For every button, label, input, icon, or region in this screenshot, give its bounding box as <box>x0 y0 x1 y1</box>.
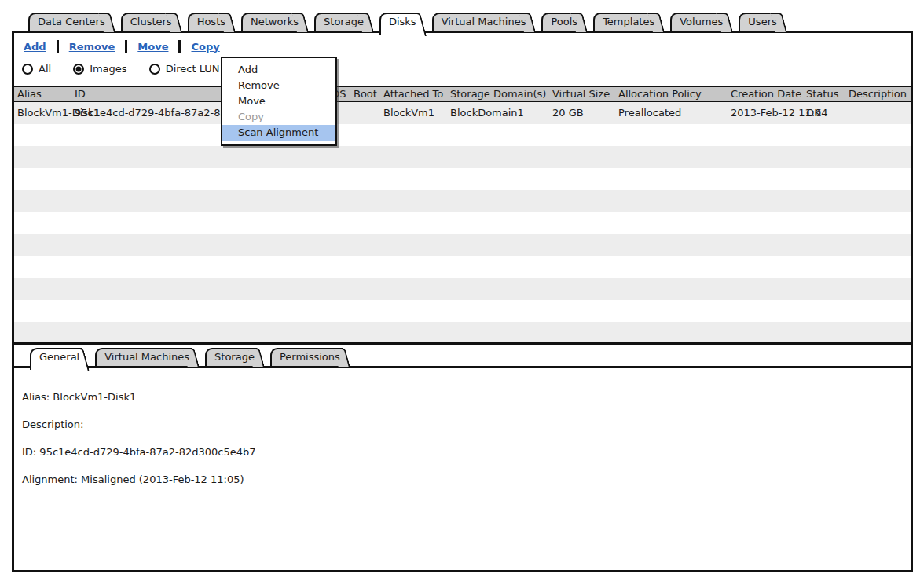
radio-label: Images <box>90 63 127 75</box>
detail-description: Description: <box>22 419 83 430</box>
menu-item-scan-alignment[interactable]: Scan Alignment <box>222 125 336 141</box>
column-header-boot[interactable]: Boot <box>354 87 377 101</box>
radio-unselected-icon <box>149 64 160 75</box>
radio-label: All <box>38 63 51 75</box>
tab-label: Volumes <box>680 16 723 27</box>
column-header-allocation-policy[interactable]: Allocation Policy <box>618 87 702 101</box>
tab-detail-storage[interactable]: Storage <box>205 348 257 366</box>
tab-templates[interactable]: Templates <box>593 13 657 31</box>
disks-grid-header: Alias ID OS Boot Attached To Storage Dom… <box>14 86 911 102</box>
cell-virtual-size: 20 GB <box>552 102 584 124</box>
main-tab-bar: Data Centers Clusters Hosts Networks Sto… <box>28 13 793 35</box>
column-header-alias[interactable]: Alias <box>17 87 42 101</box>
detail-alias: Alias: BlockVm1-Disk1 <box>22 391 136 403</box>
detail-id: ID: 95c1e4cd-d729-4bfa-87a2-82d300c5e4b7 <box>22 446 255 458</box>
tab-label: General <box>39 351 79 363</box>
tab-data-centers[interactable]: Data Centers <box>28 13 108 31</box>
table-row[interactable]: BlockVm1-Disk1 95c1e4cd-d729-4bfa-87a2-8… <box>14 102 911 124</box>
radio-images[interactable]: Images <box>73 63 127 75</box>
copy-button[interactable]: Copy <box>191 41 219 53</box>
cell-attached-to: BlockVm1 <box>383 102 434 124</box>
tab-label: Clusters <box>130 16 172 27</box>
menu-item-add[interactable]: Add <box>222 62 336 78</box>
tab-virtual-machines[interactable]: Virtual Machines <box>432 13 529 31</box>
tab-label: Virtual Machines <box>104 351 189 363</box>
radio-label: Direct LUN <box>166 63 220 75</box>
remove-button[interactable]: Remove <box>69 41 116 53</box>
disk-type-filter: All Images Direct LUN <box>22 63 220 75</box>
column-header-creation-date[interactable]: Creation Date <box>731 87 801 101</box>
radio-selected-icon <box>73 64 84 75</box>
cell-storage-domains: BlockDomain1 <box>450 102 524 124</box>
disk-toolbar: Add Remove Move Copy <box>24 40 220 53</box>
column-header-storage-domains[interactable]: Storage Domain(s) <box>450 87 546 101</box>
tab-hosts[interactable]: Hosts <box>188 13 228 31</box>
tab-label: Storage <box>324 16 364 27</box>
tab-label: Permissions <box>280 351 340 363</box>
column-header-virtual-size[interactable]: Virtual Size <box>552 87 610 101</box>
tab-label: Virtual Machines <box>442 16 526 27</box>
add-button[interactable]: Add <box>24 41 46 53</box>
column-header-attached-to[interactable]: Attached To <box>383 87 443 101</box>
tab-permissions[interactable]: Permissions <box>270 348 343 366</box>
toolbar-separator <box>57 40 59 53</box>
column-header-id[interactable]: ID <box>75 87 86 101</box>
radio-unselected-icon <box>22 64 33 75</box>
radio-direct-lun[interactable]: Direct LUN <box>149 63 220 75</box>
admin-portal-window: Data Centers Clusters Hosts Networks Sto… <box>0 0 924 585</box>
tab-disks[interactable]: Disks <box>380 13 419 35</box>
tab-label: Storage <box>214 351 255 363</box>
menu-item-remove[interactable]: Remove <box>222 78 336 93</box>
cell-status: OK <box>806 102 821 124</box>
column-header-description[interactable]: Description <box>849 87 907 101</box>
move-button[interactable]: Move <box>138 41 168 53</box>
toolbar-separator <box>125 40 127 53</box>
tab-label: Disks <box>389 16 416 27</box>
tab-storage[interactable]: Storage <box>314 13 366 31</box>
column-header-status[interactable]: Status <box>806 87 838 101</box>
tab-label: Users <box>748 16 776 27</box>
tab-networks[interactable]: Networks <box>241 13 301 31</box>
cell-allocation-policy: Preallocated <box>618 102 681 124</box>
tab-label: Networks <box>251 16 299 27</box>
detail-alignment: Alignment: Misaligned (2013-Feb-12 11:05… <box>22 473 244 485</box>
tab-detail-virtual-machines[interactable]: Virtual Machines <box>95 348 192 366</box>
disks-grid-body: BlockVm1-Disk1 95c1e4cd-d729-4bfa-87a2-8… <box>14 102 911 345</box>
detail-tab-bar: General Virtual Machines Storage Permiss… <box>30 348 356 370</box>
radio-all[interactable]: All <box>22 63 51 75</box>
toolbar-separator <box>178 40 181 53</box>
tab-users[interactable]: Users <box>739 13 779 31</box>
tab-pools[interactable]: Pools <box>541 13 580 31</box>
tab-volumes[interactable]: Volumes <box>670 13 725 31</box>
menu-item-copy: Copy <box>222 109 336 125</box>
tab-label: Templates <box>603 16 654 27</box>
tab-label: Data Centers <box>38 16 105 27</box>
tab-label: Pools <box>551 16 578 27</box>
menu-item-move[interactable]: Move <box>222 93 336 109</box>
tab-general[interactable]: General <box>30 348 82 370</box>
tab-label: Hosts <box>197 16 226 27</box>
tab-clusters[interactable]: Clusters <box>121 13 174 31</box>
context-menu: Add Remove Move Copy Scan Alignment <box>221 57 337 146</box>
